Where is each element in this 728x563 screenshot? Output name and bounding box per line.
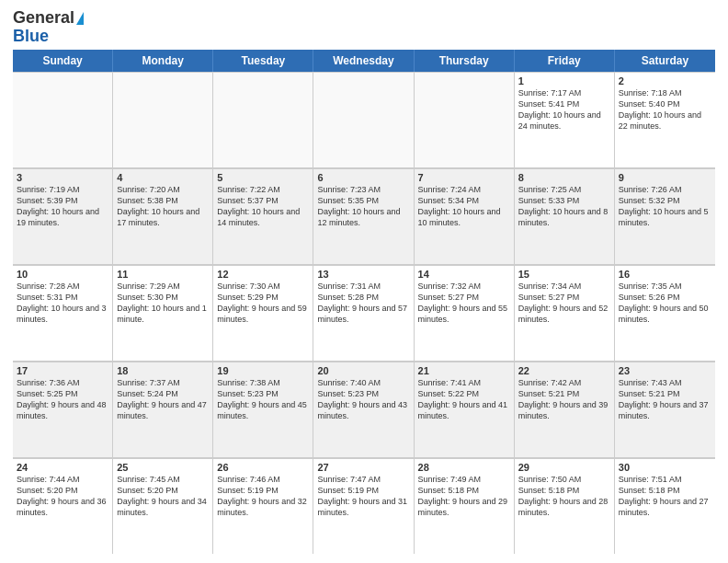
day-number: 11 (117, 269, 209, 280)
day-cell-10: 10Sunrise: 7:28 AM Sunset: 5:31 PM Dayli… (13, 265, 113, 361)
logo-triangle-icon (76, 12, 84, 25)
day-number: 13 (317, 269, 409, 280)
day-cell-6: 6Sunrise: 7:23 AM Sunset: 5:35 PM Daylig… (313, 168, 414, 264)
day-number: 14 (418, 269, 510, 280)
calendar-body: 1Sunrise: 7:17 AM Sunset: 5:41 PM Daylig… (13, 72, 715, 554)
header-day-wednesday: Wednesday (313, 50, 414, 72)
day-cell-2: 2Sunrise: 7:18 AM Sunset: 5:40 PM Daylig… (615, 72, 715, 167)
empty-cell (415, 72, 515, 167)
week-row-2: 3Sunrise: 7:19 AM Sunset: 5:39 PM Daylig… (13, 168, 715, 265)
day-cell-9: 9Sunrise: 7:26 AM Sunset: 5:32 PM Daylig… (615, 168, 715, 264)
day-number: 23 (619, 365, 711, 376)
day-number: 19 (217, 365, 309, 376)
day-cell-23: 23Sunrise: 7:43 AM Sunset: 5:21 PM Dayli… (615, 362, 715, 457)
logo-text: General (13, 9, 84, 28)
empty-cell (13, 72, 113, 167)
day-number: 20 (317, 365, 409, 376)
calendar-header: SundayMondayTuesdayWednesdayThursdayFrid… (13, 50, 715, 72)
day-cell-30: 30Sunrise: 7:51 AM Sunset: 5:18 PM Dayli… (615, 458, 715, 554)
day-info: Sunrise: 7:17 AM Sunset: 5:41 PM Dayligh… (518, 87, 610, 132)
logo-blue-text: Blue (13, 28, 49, 44)
day-number: 25 (117, 462, 209, 473)
day-number: 17 (17, 365, 108, 376)
day-number: 6 (317, 172, 409, 183)
logo-general: General (13, 8, 74, 27)
week-row-4: 17Sunrise: 7:36 AM Sunset: 5:25 PM Dayli… (13, 362, 715, 458)
week-row-5: 24Sunrise: 7:44 AM Sunset: 5:20 PM Dayli… (13, 458, 715, 554)
day-info: Sunrise: 7:49 AM Sunset: 5:18 PM Dayligh… (418, 474, 510, 519)
empty-cell (213, 72, 313, 167)
day-number: 21 (418, 365, 510, 376)
day-info: Sunrise: 7:23 AM Sunset: 5:35 PM Dayligh… (317, 184, 409, 229)
day-cell-21: 21Sunrise: 7:41 AM Sunset: 5:22 PM Dayli… (415, 362, 515, 457)
day-cell-29: 29Sunrise: 7:50 AM Sunset: 5:18 PM Dayli… (515, 458, 615, 554)
week-row-1: 1Sunrise: 7:17 AM Sunset: 5:41 PM Daylig… (13, 72, 715, 168)
day-cell-26: 26Sunrise: 7:46 AM Sunset: 5:19 PM Dayli… (213, 458, 313, 554)
empty-cell (313, 72, 414, 167)
day-cell-19: 19Sunrise: 7:38 AM Sunset: 5:23 PM Dayli… (213, 362, 313, 457)
week-row-3: 10Sunrise: 7:28 AM Sunset: 5:31 PM Dayli… (13, 265, 715, 362)
day-info: Sunrise: 7:30 AM Sunset: 5:29 PM Dayligh… (217, 281, 309, 326)
day-cell-22: 22Sunrise: 7:42 AM Sunset: 5:21 PM Dayli… (515, 362, 615, 457)
day-number: 2 (619, 75, 711, 86)
day-number: 24 (17, 462, 108, 473)
day-info: Sunrise: 7:20 AM Sunset: 5:38 PM Dayligh… (117, 184, 209, 229)
day-info: Sunrise: 7:35 AM Sunset: 5:26 PM Dayligh… (619, 281, 711, 326)
day-info: Sunrise: 7:36 AM Sunset: 5:25 PM Dayligh… (17, 377, 108, 422)
header-day-tuesday: Tuesday (213, 50, 313, 72)
day-info: Sunrise: 7:22 AM Sunset: 5:37 PM Dayligh… (217, 184, 309, 229)
day-info: Sunrise: 7:24 AM Sunset: 5:34 PM Dayligh… (418, 184, 510, 229)
day-info: Sunrise: 7:38 AM Sunset: 5:23 PM Dayligh… (217, 377, 309, 422)
day-info: Sunrise: 7:42 AM Sunset: 5:21 PM Dayligh… (518, 377, 610, 422)
day-number: 22 (518, 365, 610, 376)
day-info: Sunrise: 7:25 AM Sunset: 5:33 PM Dayligh… (518, 184, 610, 229)
logo: General Blue (13, 9, 84, 44)
day-number: 18 (117, 365, 209, 376)
day-cell-24: 24Sunrise: 7:44 AM Sunset: 5:20 PM Dayli… (13, 458, 113, 554)
header-day-thursday: Thursday (415, 50, 515, 72)
day-cell-1: 1Sunrise: 7:17 AM Sunset: 5:41 PM Daylig… (515, 72, 615, 167)
day-cell-3: 3Sunrise: 7:19 AM Sunset: 5:39 PM Daylig… (13, 168, 113, 264)
day-number: 12 (217, 269, 309, 280)
day-info: Sunrise: 7:51 AM Sunset: 5:18 PM Dayligh… (619, 474, 711, 519)
header-day-monday: Monday (113, 50, 213, 72)
day-info: Sunrise: 7:19 AM Sunset: 5:39 PM Dayligh… (17, 184, 108, 229)
day-cell-18: 18Sunrise: 7:37 AM Sunset: 5:24 PM Dayli… (113, 362, 213, 457)
day-cell-13: 13Sunrise: 7:31 AM Sunset: 5:28 PM Dayli… (313, 265, 414, 361)
day-number: 1 (518, 75, 610, 86)
day-cell-27: 27Sunrise: 7:47 AM Sunset: 5:19 PM Dayli… (313, 458, 414, 554)
day-cell-12: 12Sunrise: 7:30 AM Sunset: 5:29 PM Dayli… (213, 265, 313, 361)
day-number: 15 (518, 269, 610, 280)
day-number: 27 (317, 462, 409, 473)
day-number: 8 (518, 172, 610, 183)
day-cell-4: 4Sunrise: 7:20 AM Sunset: 5:38 PM Daylig… (113, 168, 213, 264)
empty-cell (113, 72, 213, 167)
header-day-friday: Friday (515, 50, 615, 72)
day-cell-15: 15Sunrise: 7:34 AM Sunset: 5:27 PM Dayli… (515, 265, 615, 361)
day-info: Sunrise: 7:26 AM Sunset: 5:32 PM Dayligh… (619, 184, 711, 229)
day-info: Sunrise: 7:31 AM Sunset: 5:28 PM Dayligh… (317, 281, 409, 326)
header-day-sunday: Sunday (13, 50, 113, 72)
header-day-saturday: Saturday (615, 50, 715, 72)
day-info: Sunrise: 7:50 AM Sunset: 5:18 PM Dayligh… (518, 474, 610, 519)
day-cell-17: 17Sunrise: 7:36 AM Sunset: 5:25 PM Dayli… (13, 362, 113, 457)
day-cell-5: 5Sunrise: 7:22 AM Sunset: 5:37 PM Daylig… (213, 168, 313, 264)
day-cell-7: 7Sunrise: 7:24 AM Sunset: 5:34 PM Daylig… (415, 168, 515, 264)
day-cell-11: 11Sunrise: 7:29 AM Sunset: 5:30 PM Dayli… (113, 265, 213, 361)
day-info: Sunrise: 7:40 AM Sunset: 5:23 PM Dayligh… (317, 377, 409, 422)
day-number: 5 (217, 172, 309, 183)
day-info: Sunrise: 7:34 AM Sunset: 5:27 PM Dayligh… (518, 281, 610, 326)
day-cell-14: 14Sunrise: 7:32 AM Sunset: 5:27 PM Dayli… (415, 265, 515, 361)
day-info: Sunrise: 7:44 AM Sunset: 5:20 PM Dayligh… (17, 474, 108, 519)
day-number: 9 (619, 172, 711, 183)
day-cell-20: 20Sunrise: 7:40 AM Sunset: 5:23 PM Dayli… (313, 362, 414, 457)
header: General Blue (13, 9, 715, 44)
day-number: 16 (619, 269, 711, 280)
day-number: 28 (418, 462, 510, 473)
day-info: Sunrise: 7:28 AM Sunset: 5:31 PM Dayligh… (17, 281, 108, 326)
day-info: Sunrise: 7:43 AM Sunset: 5:21 PM Dayligh… (619, 377, 711, 422)
day-number: 10 (17, 269, 108, 280)
day-cell-25: 25Sunrise: 7:45 AM Sunset: 5:20 PM Dayli… (113, 458, 213, 554)
day-info: Sunrise: 7:46 AM Sunset: 5:19 PM Dayligh… (217, 474, 309, 519)
day-number: 30 (619, 462, 711, 473)
